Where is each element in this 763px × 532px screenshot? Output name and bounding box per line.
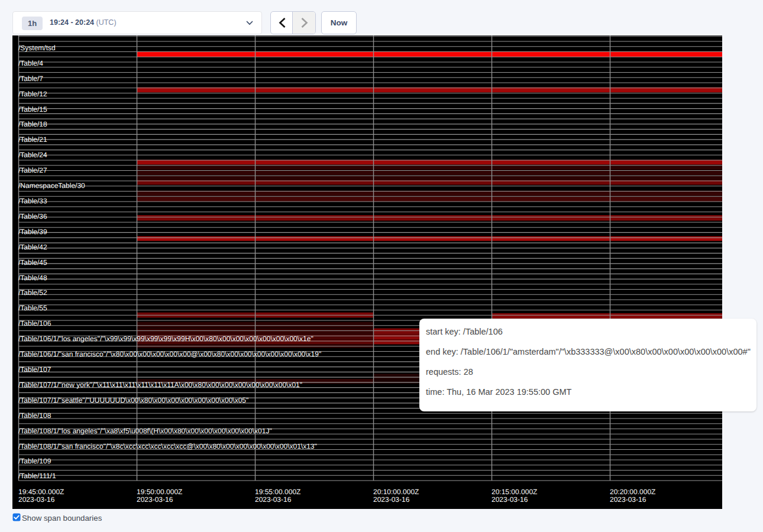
svg-text:/Table/21: /Table/21 <box>18 135 47 144</box>
svg-text:/Table/108: /Table/108 <box>18 411 51 420</box>
svg-text:2023-03-16: 2023-03-16 <box>18 495 55 504</box>
svg-text:/Table/108/1/"los angeles"/"\x: /Table/108/1/"los angeles"/"\xa8\xf5\u00… <box>18 427 272 435</box>
svg-text:2023-03-16: 2023-03-16 <box>492 495 528 504</box>
svg-text:20:10:00.000Z: 20:10:00.000Z <box>373 488 419 496</box>
svg-text:20:20:00.000Z: 20:20:00.000Z <box>610 488 655 496</box>
svg-text:/Table/106/1/"los angeles"/"\x: /Table/106/1/"los angeles"/"\x99\x99\x99… <box>18 335 313 343</box>
svg-text:/NamespaceTable/30: /NamespaceTable/30 <box>18 181 85 190</box>
svg-text:/Table/7: /Table/7 <box>18 74 43 83</box>
svg-text:19:50:00.000Z: 19:50:00.000Z <box>137 488 182 496</box>
svg-text:/Table/18: /Table/18 <box>18 120 47 128</box>
svg-text:19:45:00.000Z: 19:45:00.000Z <box>18 488 64 496</box>
svg-text:/Table/48: /Table/48 <box>18 274 47 282</box>
svg-text:/System/tsd: /System/tsd <box>18 44 56 52</box>
svg-text:/Table/107/1/"seattle"/"UUUUUU: /Table/107/1/"seattle"/"UUUUUUD\x00\x80\… <box>18 396 248 404</box>
svg-text:/Table/106: /Table/106 <box>18 319 51 327</box>
svg-text:2023-03-16: 2023-03-16 <box>610 495 646 504</box>
svg-text:2023-03-16: 2023-03-16 <box>255 495 292 504</box>
svg-text:/Table/107: /Table/107 <box>18 365 51 374</box>
svg-text:/Table/4: /Table/4 <box>18 59 43 67</box>
svg-text:/Table/107/1/"new york"/"\x11\: /Table/107/1/"new york"/"\x11\x11\x11\x1… <box>18 381 302 389</box>
svg-text:/Table/55: /Table/55 <box>18 304 47 312</box>
svg-text:/Table/15: /Table/15 <box>18 105 47 113</box>
svg-text:/Table/45: /Table/45 <box>18 258 47 267</box>
svg-text:/Table/42: /Table/42 <box>18 243 47 251</box>
svg-text:/Table/24: /Table/24 <box>18 151 47 159</box>
svg-text:/Table/33: /Table/33 <box>18 197 47 205</box>
svg-text:/Table/52: /Table/52 <box>18 288 47 297</box>
svg-text:/Table/108/1/"san francisco"/": /Table/108/1/"san francisco"/"\x8c\xcc\x… <box>18 442 317 450</box>
svg-text:/Table/27: /Table/27 <box>18 166 47 174</box>
svg-text:2023-03-16: 2023-03-16 <box>373 495 410 504</box>
svg-text:/Table/111/1: /Table/111/1 <box>18 472 56 480</box>
svg-text:20:15:00.000Z: 20:15:00.000Z <box>492 488 537 496</box>
svg-text:/Table/106/1/"san francisco"/": /Table/106/1/"san francisco"/"\x80\x00\x… <box>18 350 321 358</box>
svg-text:2023-03-16: 2023-03-16 <box>137 495 173 504</box>
svg-text:/Table/109: /Table/109 <box>18 457 51 465</box>
svg-text:/Table/39: /Table/39 <box>18 228 47 236</box>
svg-text:19:55:00.000Z: 19:55:00.000Z <box>255 488 300 496</box>
svg-text:/Table/36: /Table/36 <box>18 212 47 220</box>
svg-text:/Table/12: /Table/12 <box>18 90 47 98</box>
